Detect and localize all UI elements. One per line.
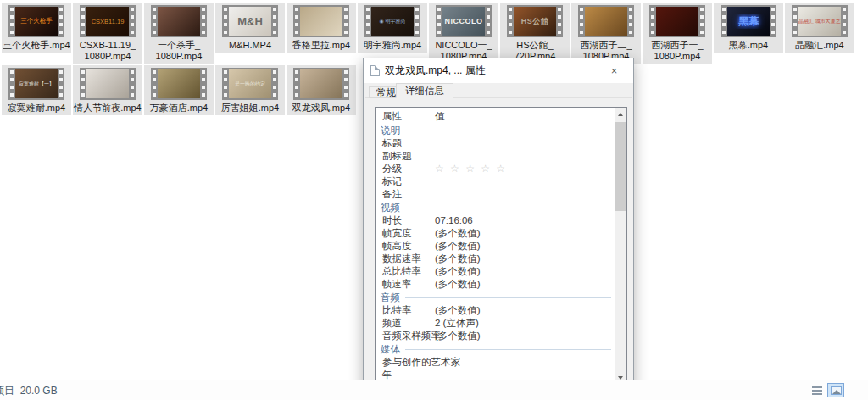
filmstrip-holes bbox=[793, 7, 798, 36]
filmstrip-holes bbox=[628, 7, 633, 36]
section-divider bbox=[405, 131, 611, 131]
video-thumbnail: 黑幕 bbox=[721, 5, 776, 37]
section-divider bbox=[405, 297, 611, 298]
filmstrip-holes bbox=[343, 7, 348, 36]
file-item[interactable]: NICCOLONICCOLO一_ 1080P.mp4 bbox=[429, 3, 498, 64]
file-label: 情人节前夜.mp4 bbox=[74, 103, 141, 114]
rating-stars[interactable]: ☆ ☆ ☆ ☆ ☆ bbox=[435, 163, 615, 175]
file-item[interactable]: 西湖西子二_ 1080P.mp4 bbox=[571, 3, 641, 64]
up-arrow-icon bbox=[618, 113, 623, 116]
property-row: 频道2 (立体声) bbox=[376, 317, 615, 330]
property-label: 副标题 bbox=[376, 150, 435, 163]
filmstrip-holes bbox=[58, 7, 64, 36]
thumbnail-overlay-text: HS公館 bbox=[514, 16, 556, 27]
filmstrip-holes bbox=[557, 7, 562, 36]
video-thumbnail: 寂寞难耐【一】 bbox=[8, 68, 64, 100]
thumbnail-overlay-text: 是一晚的约定 bbox=[229, 81, 271, 88]
filmstrip-holes bbox=[721, 7, 726, 36]
file-item[interactable]: ◉ 明宇雅尚明宇雅尚.mp4 bbox=[358, 3, 427, 53]
file-item[interactable]: 黑幕黑幕.mp4 bbox=[714, 3, 783, 53]
status-text: 项目 20.0 GB bbox=[0, 384, 58, 398]
filmstrip-holes bbox=[130, 69, 135, 98]
thumbnail-image: ◉ 明宇雅尚 bbox=[371, 7, 414, 36]
file-item[interactable]: 双龙戏凤.mp4 bbox=[287, 65, 356, 115]
file-label: 黑幕.mp4 bbox=[729, 40, 768, 51]
property-label: 标记 bbox=[376, 175, 435, 188]
thumbnail-image: 寂寞难耐【一】 bbox=[15, 69, 58, 98]
thumbnail-view-icon bbox=[831, 386, 842, 395]
file-item[interactable]: 万豪酒店.mp4 bbox=[144, 65, 214, 115]
filmstrip-holes bbox=[294, 7, 299, 36]
property-row: 标记 bbox=[376, 175, 615, 188]
dialog-titlebar[interactable]: 双龙戏凤.mp4, ... 属性 × bbox=[364, 58, 633, 83]
close-button[interactable]: × bbox=[595, 58, 633, 83]
file-item[interactable]: CSXB11.19CSXB-11.19_ 1080P.mp4 bbox=[73, 3, 142, 64]
file-label: 一个杀手_ 1080P.mp4 bbox=[156, 40, 203, 62]
video-thumbnail: 是一晚的约定 bbox=[222, 68, 278, 100]
file-label: 西湖西子一_ 1080P.mp4 bbox=[651, 40, 703, 62]
filmstrip-holes bbox=[223, 7, 228, 36]
file-label: 三个火枪手.mp4 bbox=[3, 40, 70, 51]
file-label: 双龙戏凤.mp4 bbox=[292, 103, 350, 114]
thumbnail-overlay-text: NICCOLO bbox=[442, 17, 485, 25]
video-thumbnail bbox=[151, 68, 207, 100]
section-header-label: 说明 bbox=[381, 125, 400, 137]
property-row: 时长07:16:06 bbox=[376, 214, 615, 227]
filmstrip-holes bbox=[294, 69, 299, 98]
filmstrip-holes bbox=[579, 7, 584, 36]
file-item[interactable]: M&HM&H.MP4 bbox=[215, 3, 285, 53]
section-header-label: 音频 bbox=[381, 292, 400, 304]
property-value: (多个数值) bbox=[435, 278, 615, 291]
thumbnail-view-button[interactable] bbox=[827, 383, 844, 397]
file-label: 厉害姐姐.mp4 bbox=[221, 103, 279, 114]
filmstrip-holes bbox=[343, 69, 348, 98]
details-view-button[interactable] bbox=[809, 383, 826, 397]
filmstrip-holes bbox=[9, 69, 14, 98]
scrollbar[interactable] bbox=[615, 108, 626, 384]
property-value bbox=[435, 188, 615, 201]
filmstrip-holes bbox=[201, 7, 206, 36]
thumbnail-image bbox=[585, 7, 627, 36]
file-item[interactable]: 一个杀手_ 1080P.mp4 bbox=[144, 3, 214, 64]
section-header: 媒体 bbox=[376, 342, 615, 356]
property-label: 时长 bbox=[376, 214, 435, 227]
file-label: 寂寞难耐.mp4 bbox=[8, 103, 65, 114]
filmstrip-holes bbox=[771, 7, 776, 36]
property-value: (多个数值) bbox=[435, 304, 615, 317]
file-item[interactable]: 寂寞难耐【一】寂寞难耐.mp4 bbox=[2, 65, 71, 115]
filmstrip-holes bbox=[152, 69, 157, 98]
property-value bbox=[435, 150, 615, 163]
file-item[interactable]: 晶融汇 城市大厦之家晶融汇.mp4 bbox=[785, 3, 854, 53]
file-item[interactable]: HS公館HS公館_ 720P.mp4 bbox=[500, 3, 570, 64]
property-value: (多个数值) bbox=[435, 330, 615, 342]
property-list: 属性 值 说明标题副标题分级☆ ☆ ☆ ☆ ☆标记备注视频时长07:16:06帧… bbox=[375, 107, 627, 385]
property-label: 总比特率 bbox=[376, 265, 435, 278]
property-row: 帧高度(多个数值) bbox=[376, 240, 615, 253]
video-thumbnail bbox=[293, 5, 349, 37]
tab-details[interactable]: 详细信息 bbox=[396, 83, 453, 98]
file-label: M&H.MP4 bbox=[229, 40, 271, 51]
scroll-thumb[interactable] bbox=[615, 122, 626, 211]
file-item[interactable]: 三个火枪手三个火枪手.mp4 bbox=[2, 3, 71, 53]
property-value bbox=[435, 137, 615, 150]
file-item[interactable]: 情人节前夜.mp4 bbox=[73, 65, 142, 115]
file-item[interactable]: 西湖西子一_ 1080P.mp4 bbox=[643, 3, 712, 64]
filmstrip-holes bbox=[272, 69, 277, 98]
file-item[interactable]: 香格里拉.mp4 bbox=[287, 3, 356, 53]
column-header-value: 值 bbox=[435, 109, 445, 124]
file-label: CSXB-11.19_ 1080P.mp4 bbox=[80, 40, 136, 62]
file-label: 明宇雅尚.mp4 bbox=[364, 40, 421, 51]
explorer-window: 三个火枪手三个火枪手.mp4CSXB11.19CSXB-11.19_ 1080P… bbox=[0, 0, 868, 400]
property-value: (多个数值) bbox=[435, 240, 615, 253]
thumbnail-image: M&H bbox=[229, 7, 271, 36]
thumbnail-image bbox=[656, 7, 698, 36]
file-item[interactable]: 是一晚的约定厉害姐姐.mp4 bbox=[215, 65, 285, 115]
file-label: 晶融汇.mp4 bbox=[795, 40, 843, 51]
section-header: 音频 bbox=[376, 291, 615, 304]
property-row: 标题 bbox=[376, 137, 615, 150]
scroll-up-button[interactable] bbox=[615, 108, 626, 120]
property-value bbox=[435, 175, 615, 188]
video-thumbnail: ◉ 明宇雅尚 bbox=[364, 5, 420, 37]
filmstrip-holes bbox=[58, 69, 64, 98]
thumbnail-overlay-text: 黑幕 bbox=[727, 14, 770, 29]
